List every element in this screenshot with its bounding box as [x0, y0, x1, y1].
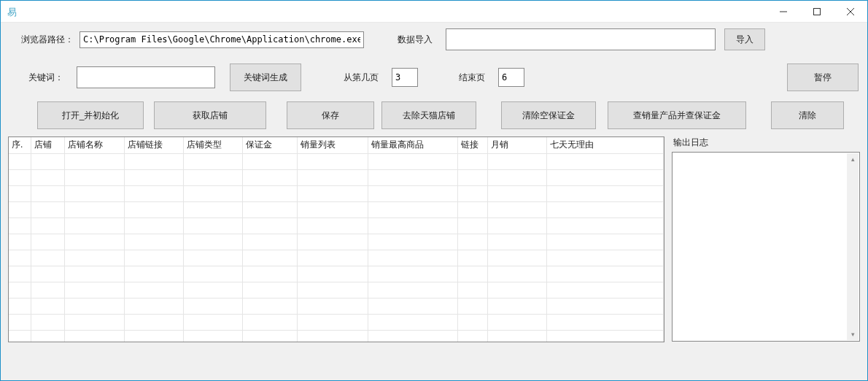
from-page-label: 从第几页 — [344, 72, 379, 84]
titlebar: 易 — [1, 1, 867, 23]
table-row[interactable] — [9, 330, 664, 342]
keyword-label: 关键词： — [28, 72, 63, 84]
table-row[interactable] — [9, 201, 664, 218]
browser-path-input[interactable] — [80, 31, 364, 48]
table-row[interactable] — [9, 298, 664, 314]
app-icon: 易 — [5, 6, 17, 18]
log-scrollbar[interactable]: ▴ ▾ — [847, 153, 859, 340]
svg-text:易: 易 — [7, 7, 17, 18]
data-import-input[interactable] — [446, 28, 716, 50]
check-sales-deposit-button[interactable]: 查销量产品并查保证金 — [608, 101, 746, 129]
save-button[interactable]: 保存 — [287, 101, 374, 129]
end-page-label: 结束页 — [459, 72, 485, 84]
column-header[interactable]: 店铺 — [31, 137, 65, 153]
column-header[interactable]: 链接 — [458, 137, 488, 153]
table-row[interactable] — [9, 185, 664, 201]
column-header[interactable]: 店铺类型 — [183, 137, 242, 153]
table-row[interactable] — [9, 282, 664, 298]
log-label: 输出日志 — [672, 136, 860, 149]
end-page-input[interactable] — [498, 68, 524, 87]
data-import-label: 数据导入 — [398, 34, 433, 46]
column-header[interactable]: 销量列表 — [297, 137, 368, 153]
scroll-up-icon[interactable]: ▴ — [847, 153, 859, 165]
column-header[interactable]: 销量最高商品 — [368, 137, 458, 153]
get-shops-button[interactable]: 获取店铺 — [154, 101, 266, 129]
maximize-button[interactable] — [800, 1, 834, 23]
table-row[interactable] — [9, 153, 664, 169]
scroll-down-icon[interactable]: ▾ — [847, 328, 859, 340]
table-row[interactable] — [9, 218, 664, 234]
keyword-input[interactable] — [77, 66, 215, 88]
column-header[interactable]: 店铺名称 — [65, 137, 124, 153]
column-header[interactable]: 月销 — [487, 137, 546, 153]
table-row[interactable] — [9, 250, 664, 266]
column-header[interactable]: 店铺链接 — [124, 137, 183, 153]
clear-empty-deposit-button[interactable]: 清除空保证金 — [501, 101, 596, 129]
column-header[interactable]: 保证金 — [242, 137, 297, 153]
remove-tmall-button[interactable]: 去除天猫店铺 — [381, 101, 476, 129]
gen-keyword-button[interactable]: 关键词生成 — [230, 64, 301, 91]
table-row[interactable] — [9, 266, 664, 282]
table-row[interactable] — [9, 169, 664, 185]
client-area: 浏览器路径： 数据导入 导入 关键词： 关键词生成 从第几页 结束页 暂停 打开… — [1, 23, 867, 380]
svg-rect-3 — [814, 8, 821, 15]
close-button[interactable] — [834, 1, 867, 23]
open-init-button[interactable]: 打开_并初始化 — [37, 101, 144, 129]
table-row[interactable] — [9, 314, 664, 330]
column-header[interactable]: 序. — [9, 137, 31, 153]
data-table[interactable]: 序.店铺店铺名称店铺链接店铺类型保证金销量列表销量最高商品链接月销七天无理由 — [8, 136, 664, 342]
column-header[interactable]: 七天无理由 — [546, 137, 663, 153]
import-button[interactable]: 导入 — [724, 28, 765, 50]
pause-button[interactable]: 暂停 — [787, 64, 859, 91]
browser-path-label: 浏览器路径： — [21, 34, 74, 46]
window-controls — [767, 1, 867, 23]
log-output[interactable]: ▴ ▾ — [672, 152, 860, 342]
minimize-button[interactable] — [767, 1, 800, 23]
from-page-input[interactable] — [392, 68, 418, 87]
table-row[interactable] — [9, 234, 664, 250]
clear-button[interactable]: 清除 — [771, 101, 844, 129]
